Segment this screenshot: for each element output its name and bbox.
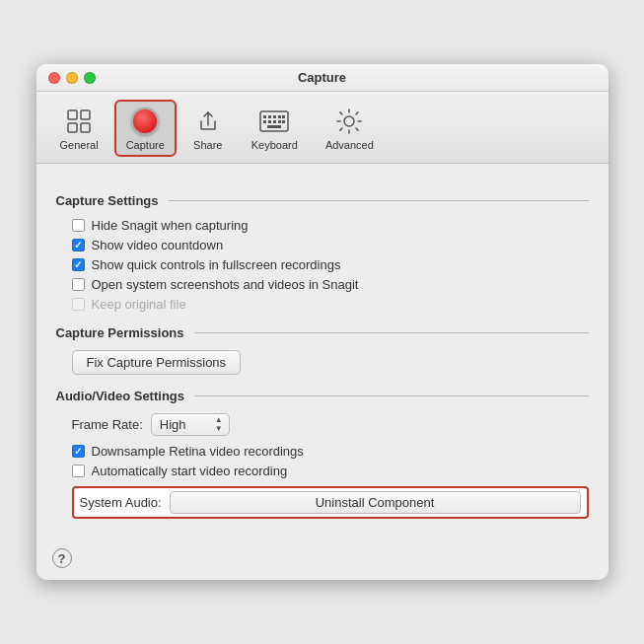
content-area: Capture Settings Hide Snagit when captur…: [36, 164, 608, 540]
hide-snagit-label: Hide Snagit when capturing: [92, 218, 249, 233]
capture-icon: [129, 106, 161, 137]
svg-rect-15: [267, 125, 281, 128]
tab-capture[interactable]: Capture: [114, 100, 177, 157]
svg-rect-12: [273, 120, 276, 123]
capture-settings-title: Capture Settings: [56, 193, 159, 208]
frame-rate-label: Frame Rate:: [72, 417, 143, 432]
tab-share[interactable]: Share: [180, 100, 236, 157]
audio-video-section-header: Audio/Video Settings: [56, 389, 589, 403]
footer: ?: [36, 540, 608, 580]
svg-rect-9: [282, 115, 285, 118]
capture-settings-section-header: Capture Settings: [56, 193, 589, 208]
frame-rate-arrow-icon: [215, 416, 223, 433]
close-button[interactable]: [48, 72, 60, 84]
show-countdown-row: Show video countdown: [72, 238, 589, 252]
help-button[interactable]: ?: [52, 548, 72, 568]
capture-permissions-title: Capture Permissions: [56, 325, 184, 340]
system-audio-row: System Audio: Uninstall Component: [72, 486, 589, 519]
svg-rect-5: [263, 115, 266, 118]
title-bar: Capture: [36, 64, 608, 92]
svg-rect-7: [273, 115, 276, 118]
tab-keyboard-label: Keyboard: [251, 139, 298, 151]
svg-rect-0: [68, 110, 77, 119]
tab-advanced[interactable]: Advanced: [314, 100, 386, 157]
fix-permissions-button[interactable]: Fix Capture Permissions: [72, 350, 242, 375]
auto-start-label: Automatically start video recording: [92, 464, 288, 478]
downsample-label: Downsample Retina video recordings: [92, 444, 304, 459]
share-icon: [192, 106, 224, 137]
hide-snagit-row: Hide Snagit when capturing: [72, 218, 589, 233]
show-countdown-label: Show video countdown: [92, 238, 224, 252]
tab-share-label: Share: [193, 139, 222, 151]
svg-point-16: [344, 116, 354, 126]
tab-advanced-label: Advanced: [325, 139, 374, 151]
frame-rate-value: High: [160, 417, 211, 432]
tab-capture-label: Capture: [126, 139, 165, 151]
capture-settings-divider: [169, 200, 589, 201]
frame-rate-select[interactable]: High: [151, 413, 230, 436]
audio-video-title: Audio/Video Settings: [56, 389, 185, 403]
svg-rect-11: [268, 120, 271, 123]
keep-original-checkbox[interactable]: [72, 298, 85, 311]
svg-rect-6: [268, 115, 271, 118]
tab-general[interactable]: General: [48, 100, 110, 157]
tab-keyboard[interactable]: Keyboard: [240, 100, 310, 157]
general-icon: [63, 106, 95, 137]
auto-start-checkbox[interactable]: [72, 465, 85, 477]
keep-original-row: Keep original file: [72, 297, 589, 312]
uninstall-component-button[interactable]: Uninstall Component: [170, 491, 581, 514]
open-system-screenshots-row: Open system screenshots and videos in Sn…: [72, 277, 589, 292]
advanced-icon: [333, 106, 365, 137]
show-quick-controls-label: Show quick controls in fullscreen record…: [92, 257, 341, 272]
open-system-screenshots-checkbox[interactable]: [72, 278, 85, 291]
maximize-button[interactable]: [84, 72, 96, 84]
traffic-lights: [48, 72, 96, 84]
show-quick-controls-checkbox[interactable]: [72, 258, 85, 271]
capture-permissions-divider: [194, 332, 589, 333]
window-title: Capture: [298, 70, 346, 85]
hide-snagit-checkbox[interactable]: [72, 219, 85, 232]
downsample-row: Downsample Retina video recordings: [72, 444, 589, 459]
svg-rect-1: [68, 123, 77, 132]
auto-start-row: Automatically start video recording: [72, 464, 589, 478]
toolbar: General Capture Share: [36, 92, 608, 164]
open-system-screenshots-label: Open system screenshots and videos in Sn…: [92, 277, 359, 292]
svg-rect-2: [81, 110, 90, 119]
show-countdown-checkbox[interactable]: [72, 239, 85, 251]
tab-general-label: General: [60, 139, 99, 151]
system-audio-label: System Audio:: [80, 495, 162, 510]
keep-original-label: Keep original file: [92, 297, 186, 312]
fix-permissions-row: Fix Capture Permissions: [72, 350, 589, 375]
audio-video-divider: [194, 395, 589, 396]
main-window: Capture General Capture: [36, 64, 608, 580]
show-quick-controls-row: Show quick controls in fullscreen record…: [72, 257, 589, 272]
capture-permissions-section-header: Capture Permissions: [56, 325, 589, 340]
minimize-button[interactable]: [66, 72, 78, 84]
svg-rect-10: [263, 120, 266, 123]
frame-rate-row: Frame Rate: High: [72, 413, 589, 436]
svg-rect-14: [282, 120, 285, 123]
svg-rect-3: [81, 123, 90, 132]
svg-rect-13: [278, 120, 281, 123]
keyboard-icon: [258, 106, 290, 137]
svg-rect-8: [278, 115, 281, 118]
downsample-checkbox[interactable]: [72, 445, 85, 458]
